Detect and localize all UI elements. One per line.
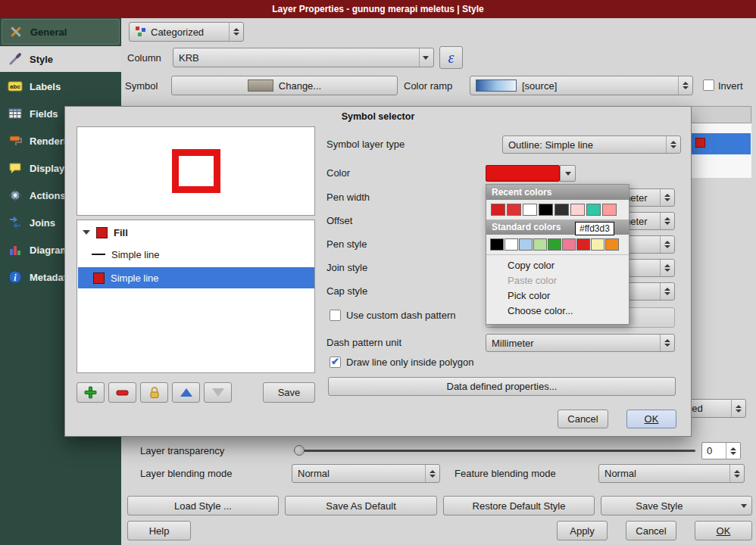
chevron-down-icon <box>741 504 747 508</box>
move-down-button[interactable] <box>204 382 232 403</box>
draw-inside-polygon-checkbox[interactable] <box>330 357 341 368</box>
apply-button[interactable]: Apply <box>557 521 608 540</box>
renderer-dropdown[interactable]: Categorized <box>129 22 244 42</box>
transparency-slider-track[interactable] <box>294 450 695 452</box>
color-swatch[interactable] <box>523 204 537 216</box>
abc-label-icon: abc <box>8 79 23 94</box>
load-style-button[interactable]: Load Style ... <box>127 496 279 515</box>
color-swatch[interactable] <box>555 204 569 216</box>
spinner-arrows[interactable] <box>726 443 740 459</box>
use-custom-dash-checkbox[interactable] <box>330 310 341 321</box>
bar-chart-icon <box>8 242 23 257</box>
spinner-arrows[interactable] <box>660 260 674 276</box>
color-dropdown-arrow-button[interactable] <box>560 165 576 182</box>
feature-blending-dropdown[interactable]: Normal <box>598 464 745 483</box>
dialog-cancel-button[interactable]: Cancel <box>558 410 608 428</box>
spinner-arrows[interactable] <box>678 76 692 95</box>
invert-checkbox[interactable] <box>703 79 714 91</box>
window-title: Layer Properties - gunung merapi meletus… <box>272 4 483 14</box>
spinner-arrows[interactable] <box>425 465 439 482</box>
lock-button[interactable] <box>140 382 168 403</box>
data-defined-label: Data defined properties... <box>447 381 558 392</box>
window-titlebar[interactable]: Layer Properties - gunung merapi meletus… <box>0 0 756 18</box>
color-swatch[interactable] <box>605 238 619 251</box>
symbol-preview-swatch <box>248 79 273 92</box>
spinner-arrows[interactable] <box>229 23 243 41</box>
symbol-layer-type-label: Symbol layer type <box>326 139 405 150</box>
spinner-arrows[interactable] <box>660 236 674 253</box>
color-swatch[interactable] <box>570 204 585 216</box>
down-arrow-icon <box>212 388 224 397</box>
column-label: Column <box>127 52 161 64</box>
color-swatch[interactable] <box>519 238 533 251</box>
dash-unit-value: Millimeter <box>492 338 534 349</box>
spinner-arrows[interactable] <box>729 465 744 482</box>
tree-row-simple-line-2[interactable]: Simple line <box>78 267 314 288</box>
color-button[interactable] <box>486 165 560 182</box>
load-style-label: Load Style ... <box>174 500 232 512</box>
help-button[interactable]: Help <box>127 521 191 540</box>
spinner-arrows[interactable] <box>731 400 745 417</box>
tree-row-fill[interactable]: Fill <box>78 223 314 242</box>
ok-button[interactable]: OK <box>695 521 752 540</box>
menu-item-choose-color[interactable]: Choose color... <box>486 303 629 318</box>
spinner-arrows[interactable] <box>660 189 674 206</box>
restore-default-style-button[interactable]: Restore Default Style <box>443 496 595 515</box>
save-style-button[interactable]: Save Style <box>601 496 752 515</box>
color-swatch[interactable] <box>586 204 601 216</box>
color-swatch[interactable] <box>591 238 604 251</box>
offset-label: Offset <box>326 215 352 226</box>
spinner-arrows[interactable] <box>660 213 674 229</box>
dash-pattern-unit-dropdown[interactable]: Millimeter <box>486 334 675 352</box>
color-swatch[interactable] <box>576 238 590 251</box>
dialog-ok-button[interactable]: OK <box>626 410 676 428</box>
color-swatch[interactable] <box>602 204 617 216</box>
color-swatch[interactable] <box>491 204 505 216</box>
recent-colors-header: Recent colors <box>486 185 629 200</box>
table-icon <box>8 106 23 121</box>
color-swatch[interactable] <box>533 238 547 251</box>
save-as-default-label: Save As Default <box>326 500 396 512</box>
spinner-arrows[interactable] <box>660 335 674 351</box>
color-swatch[interactable] <box>505 238 518 251</box>
save-symbol-button[interactable]: Save <box>263 382 315 403</box>
tree-row-simple-line-1[interactable]: Simple line <box>78 244 314 264</box>
symbol-preview-square <box>172 149 220 193</box>
chevron-down-icon <box>423 56 429 60</box>
symbol-layer-tree[interactable]: Fill Simple line Simple line <box>77 220 315 373</box>
up-arrow-icon <box>180 388 192 397</box>
sidebar-item-style[interactable]: Style <box>0 46 121 72</box>
transparency-slider-handle[interactable] <box>294 445 305 456</box>
color-swatch[interactable] <box>562 238 576 251</box>
color-swatch[interactable] <box>539 204 553 216</box>
color-ramp-dropdown[interactable]: [source] <box>470 76 693 95</box>
pen-width-label: Pen width <box>326 192 370 203</box>
cancel-label: Cancel <box>636 525 666 537</box>
add-layer-button[interactable] <box>77 382 105 403</box>
fill-swatch <box>96 227 108 238</box>
menu-item-pick-color[interactable]: Pick color <box>486 288 629 303</box>
tools-icon <box>8 24 23 39</box>
expander-icon[interactable] <box>83 230 90 235</box>
change-symbol-button[interactable]: Change... <box>171 76 398 95</box>
data-defined-properties-button[interactable]: Data defined properties... <box>328 377 676 396</box>
color-swatch[interactable] <box>548 238 561 251</box>
layer-blending-dropdown[interactable]: Normal <box>292 464 440 483</box>
color-swatch[interactable] <box>490 238 504 251</box>
symbol-layer-type-dropdown[interactable]: Outline: Simple line <box>502 135 681 154</box>
sidebar-item-labels[interactable]: abc Labels <box>2 73 121 99</box>
expression-button[interactable]: ε <box>439 46 463 69</box>
color-swatch[interactable] <box>507 204 521 216</box>
apply-label: Apply <box>570 525 595 537</box>
spinner-arrows[interactable] <box>660 283 674 300</box>
color-menu-items: Copy color Paste color Pick color Choose… <box>486 254 629 318</box>
move-up-button[interactable] <box>172 382 200 403</box>
sidebar-item-general[interactable]: General <box>2 19 120 45</box>
remove-layer-button[interactable] <box>108 382 136 403</box>
menu-item-copy-color[interactable]: Copy color <box>486 257 629 272</box>
spinner-arrows[interactable] <box>666 136 680 153</box>
column-combobox[interactable]: KRB <box>173 48 434 67</box>
cancel-button[interactable]: Cancel <box>626 521 676 540</box>
transparency-spinbox[interactable]: 0 <box>701 442 741 459</box>
save-as-default-button[interactable]: Save As Default <box>285 496 437 515</box>
